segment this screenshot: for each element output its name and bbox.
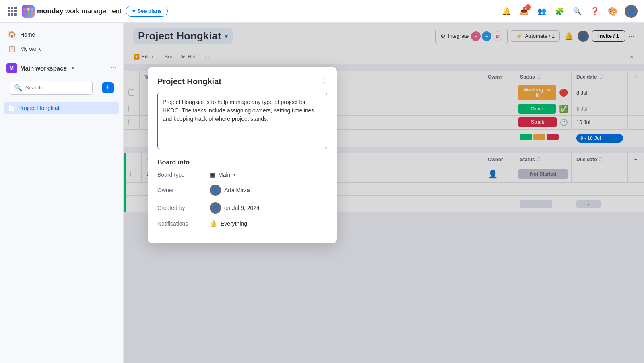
- created-by-label: Created by: [157, 205, 210, 211]
- sidebar-item-project-hongkiat[interactable]: 📄 Project Hongkiat: [4, 102, 119, 114]
- main-content: Project Hongkiat ▾ ⚙ Integrate P + M: [124, 23, 644, 363]
- creator-avatar: 👤: [210, 202, 221, 214]
- board-icon: 📄: [8, 105, 15, 111]
- nav-right: 🔔 📥 1 👥 🧩 🔍 ❓ 🎨 👤: [501, 5, 638, 18]
- top-navigation: monday work management ✦ See plans 🔔 📥 1…: [0, 0, 644, 23]
- board-type-dropdown-arrow: ▾: [233, 172, 236, 178]
- apps-icon[interactable]: 🧩: [554, 6, 565, 17]
- sidebar-search-box: 🔍: [10, 81, 93, 95]
- help-icon[interactable]: ❓: [589, 6, 601, 17]
- project-label: Project Hongkiat: [18, 105, 60, 111]
- notifications-value[interactable]: 🔔 Everything: [210, 220, 327, 227]
- star-button[interactable]: ☆: [320, 77, 327, 86]
- search-icon[interactable]: 🔍: [572, 6, 583, 17]
- notification-badge: 1: [525, 4, 531, 10]
- owner-row: Owner 👤 Arfa Mirza: [157, 185, 327, 196]
- workspace-selector[interactable]: M Main workspace ▾ ···: [0, 59, 123, 77]
- owner-value: 👤 Arfa Mirza: [210, 185, 327, 196]
- modal-title: Project Hongkiat: [157, 77, 221, 86]
- logo-icon: [22, 5, 35, 18]
- board-info-title: Board info: [157, 159, 327, 166]
- invite-people-icon[interactable]: 👥: [536, 6, 547, 17]
- workspace-label: Main workspace: [20, 65, 67, 72]
- grid-menu-icon[interactable]: [6, 6, 18, 17]
- created-by-date: on Jul 9, 2024: [224, 205, 260, 211]
- my-work-icon: 📋: [8, 45, 16, 52]
- see-plans-button[interactable]: ✦ See plans: [126, 6, 168, 17]
- owner-label: Owner: [157, 187, 210, 193]
- board-type-icon: ▣: [210, 172, 215, 178]
- bell-icon[interactable]: 🔔: [501, 6, 512, 17]
- notifications-label: Notifications: [157, 220, 210, 227]
- board-type-row: Board type ▣ Main ▾: [157, 172, 327, 178]
- modal-header: Project Hongkiat ☆: [157, 77, 327, 86]
- inbox-icon[interactable]: 📥 1: [518, 6, 530, 17]
- chevron-down-icon: ▾: [72, 65, 74, 71]
- search-icon: 🔍: [14, 84, 22, 91]
- sidebar-item-home[interactable]: 🏠 Home: [0, 27, 123, 41]
- app-logo: monday work management: [22, 5, 122, 18]
- user-avatar[interactable]: 👤: [625, 5, 638, 18]
- board-info-modal: Project Hongkiat ☆ Project Hongkiat is t…: [148, 67, 337, 243]
- home-icon: 🏠: [8, 31, 16, 38]
- description-textarea[interactable]: Project Hongkiat is to help manage any t…: [157, 93, 327, 149]
- add-button[interactable]: +: [102, 82, 114, 93]
- board-type-value[interactable]: ▣ Main ▾: [210, 172, 327, 178]
- owner-name: Arfa Mirza: [224, 187, 250, 193]
- created-by-value: 👤 on Jul 9, 2024: [210, 202, 327, 214]
- workspace-avatar: M: [6, 63, 17, 73]
- owner-avatar: 👤: [210, 185, 221, 196]
- workspace-more-icon[interactable]: ···: [111, 64, 117, 73]
- sidebar: 🏠 Home 📋 My work M Main workspace ▾ ··· …: [0, 23, 124, 363]
- logo-text: monday work management: [37, 7, 122, 15]
- app-body: 🏠 Home 📋 My work M Main workspace ▾ ··· …: [0, 23, 644, 363]
- sidebar-item-my-work[interactable]: 📋 My work: [0, 41, 123, 56]
- nav-left: monday work management ✦ See plans: [6, 5, 496, 18]
- search-input[interactable]: [25, 85, 88, 91]
- board-type-label: Board type: [157, 172, 210, 178]
- color-logo-icon: 🎨: [607, 6, 618, 17]
- notifications-row: Notifications 🔔 Everything: [157, 220, 327, 227]
- notification-bell-icon: 🔔: [210, 220, 217, 227]
- created-by-row: Created by 👤 on Jul 9, 2024: [157, 202, 327, 214]
- search-area: 🔍 +: [0, 77, 123, 101]
